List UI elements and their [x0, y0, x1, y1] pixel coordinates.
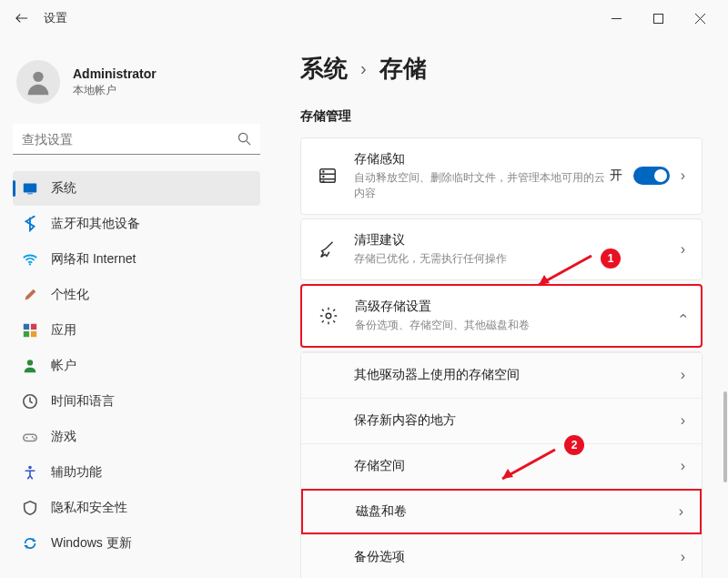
brush-icon — [22, 287, 38, 303]
minimize-button[interactable] — [595, 4, 637, 33]
advanced-sub-item-4[interactable]: 备份选项› — [301, 534, 702, 578]
svg-rect-7 — [31, 324, 36, 330]
sub-item-label: 备份选项 — [354, 549, 681, 565]
maximize-button[interactable] — [637, 4, 679, 33]
gear-icon — [318, 306, 339, 326]
sidebar-item-label: 系统 — [51, 180, 76, 197]
storage-sense-toggle[interactable] — [633, 167, 670, 185]
sidebar-item-label: 网络和 Internet — [51, 251, 136, 268]
broom-icon — [318, 239, 338, 259]
sidebar-item-6[interactable]: 时间和语言 — [13, 384, 260, 419]
svg-rect-0 — [653, 14, 662, 23]
sidebar-item-8[interactable]: 辅助功能 — [13, 455, 260, 490]
svg-point-14 — [34, 438, 35, 440]
advanced-desc: 备份选项、存储空间、其他磁盘和卷 — [355, 318, 680, 333]
bluetooth-icon — [22, 216, 38, 232]
sub-item-label: 保存新内容的地方 — [354, 412, 681, 429]
apps-icon — [22, 322, 38, 339]
person-icon — [22, 358, 38, 374]
search-icon — [238, 132, 251, 146]
sidebar-item-label: 辅助功能 — [51, 464, 102, 481]
sidebar-item-label: 帐户 — [51, 358, 76, 374]
window-title: 设置 — [44, 10, 67, 26]
shield-icon — [22, 500, 38, 516]
close-icon — [695, 14, 705, 24]
gamepad-icon — [22, 429, 38, 445]
sidebar-item-label: 个性化 — [51, 287, 89, 303]
sidebar-item-label: Windows 更新 — [51, 535, 132, 552]
svg-point-20 — [326, 313, 331, 319]
wifi-icon — [22, 251, 38, 268]
breadcrumb-parent[interactable]: 系统 — [300, 53, 348, 85]
user-profile[interactable]: Administrator 本地帐户 — [13, 47, 260, 124]
sub-item-label: 其他驱动器上使用的存储空间 — [354, 367, 681, 383]
chevron-right-icon: › — [681, 412, 685, 429]
sidebar-item-7[interactable]: 游戏 — [13, 420, 260, 454]
sub-item-label: 存储空间 — [354, 458, 681, 474]
maximize-icon — [653, 14, 663, 24]
svg-rect-9 — [31, 331, 36, 337]
sidebar-item-label: 游戏 — [51, 429, 76, 445]
advanced-sub-item-1[interactable]: 保存新内容的地方› — [301, 398, 702, 443]
svg-point-18 — [323, 177, 324, 177]
storage-sense-desc: 自动释放空间、删除临时文件，并管理本地可用的云内容 — [354, 170, 610, 201]
sidebar-item-label: 蓝牙和其他设备 — [51, 216, 140, 232]
chevron-right-icon: › — [681, 167, 685, 184]
scrollbar-thumb[interactable] — [723, 391, 727, 482]
svg-point-1 — [33, 72, 43, 82]
search-input[interactable] — [22, 132, 238, 147]
svg-point-19 — [323, 181, 324, 182]
sidebar-item-0[interactable]: 系统 — [13, 171, 260, 206]
toggle-label: 开 — [610, 167, 622, 184]
sidebar-item-label: 时间和语言 — [51, 393, 115, 410]
avatar — [16, 60, 60, 104]
back-button[interactable] — [7, 4, 36, 33]
accessibility-icon — [22, 464, 38, 481]
breadcrumb: 系统 › 存储 — [300, 53, 703, 85]
update-icon — [22, 535, 38, 552]
advanced-sub-item-0[interactable]: 其他驱动器上使用的存储空间› — [301, 352, 702, 398]
sidebar-item-10[interactable]: Windows 更新 — [13, 526, 260, 561]
sidebar-item-5[interactable]: 帐户 — [13, 349, 260, 383]
svg-point-13 — [32, 436, 34, 438]
chevron-right-icon: › — [679, 503, 683, 520]
minimize-icon — [612, 14, 622, 24]
cleanup-title: 清理建议 — [354, 232, 681, 248]
sidebar-item-3[interactable]: 个性化 — [13, 278, 260, 312]
advanced-storage-row[interactable]: 高级存储设置 备份选项、存储空间、其他磁盘和卷 › — [302, 286, 701, 346]
sidebar-item-1[interactable]: 蓝牙和其他设备 — [13, 207, 260, 241]
svg-point-15 — [28, 466, 32, 470]
chevron-right-icon: › — [681, 549, 685, 565]
advanced-sub-item-2[interactable]: 存储空间› — [301, 443, 702, 489]
sidebar-item-label: 隐私和安全性 — [51, 500, 127, 516]
svg-point-10 — [27, 360, 33, 365]
search-box[interactable] — [13, 124, 260, 155]
svg-rect-12 — [24, 434, 36, 441]
svg-point-17 — [323, 171, 324, 172]
chevron-right-icon: › — [681, 241, 685, 258]
svg-rect-8 — [24, 331, 29, 337]
sidebar-item-4[interactable]: 应用 — [13, 313, 260, 348]
cleanup-desc: 存储已优化，无需执行任何操作 — [354, 251, 681, 267]
user-account-type: 本地帐户 — [73, 83, 157, 98]
section-title: 存储管理 — [300, 108, 703, 125]
svg-rect-6 — [24, 324, 29, 330]
svg-rect-16 — [320, 169, 336, 183]
storage-icon — [318, 166, 338, 186]
advanced-sub-item-3[interactable]: 磁盘和卷› — [301, 489, 702, 534]
svg-point-2 — [238, 133, 247, 141]
sub-item-label: 磁盘和卷 — [356, 503, 679, 520]
person-icon — [23, 66, 54, 97]
chevron-right-icon: › — [681, 458, 685, 474]
storage-sense-row[interactable]: 存储感知 自动释放空间、删除临时文件，并管理本地可用的云内容 开 › — [301, 138, 702, 214]
cleanup-row[interactable]: 清理建议 存储已优化，无需执行任何操作 › — [301, 219, 702, 279]
monitor-icon — [22, 180, 38, 197]
clock-icon — [22, 393, 38, 410]
close-button[interactable] — [679, 4, 721, 33]
chevron-up-icon: › — [673, 313, 690, 318]
advanced-title: 高级存储设置 — [355, 299, 680, 315]
chevron-right-icon: › — [360, 58, 367, 79]
sidebar-item-2[interactable]: 网络和 Internet — [13, 242, 260, 277]
sidebar-item-9[interactable]: 隐私和安全性 — [13, 491, 260, 525]
svg-rect-4 — [27, 193, 32, 194]
